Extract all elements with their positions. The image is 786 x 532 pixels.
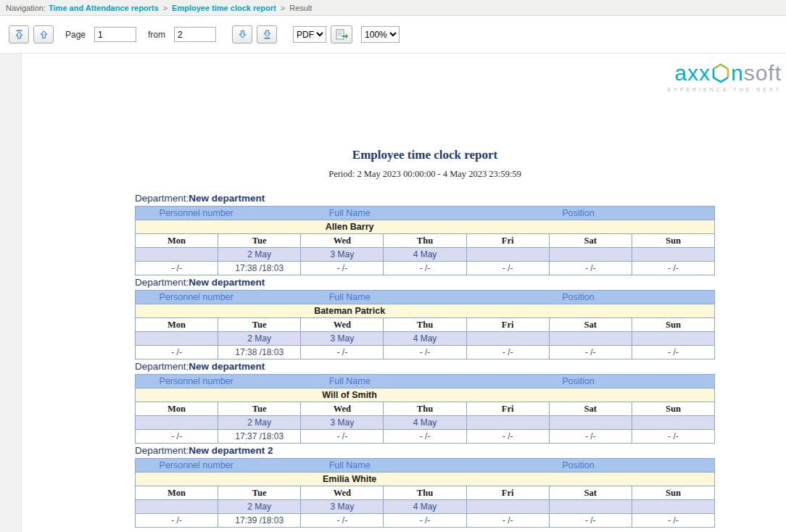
days-header-row: MonTueWedThuFriSatSun — [136, 486, 715, 500]
report-blocks: Department:New department Personnel numb… — [135, 191, 715, 528]
dates-row: 2 May3 May4 May — [136, 248, 715, 262]
department-name: New department — [189, 361, 265, 372]
last-page-button[interactable] — [257, 25, 277, 43]
date-cell — [136, 332, 218, 346]
time-cell: - /- — [384, 262, 466, 275]
time-cell: - /- — [136, 262, 218, 275]
times-row: - /-17:39 /18:03- /-- /-- /-- /-- /- — [136, 514, 715, 528]
zoom-select[interactable]: 100% — [361, 26, 400, 43]
column-header-cell: Personnel number — [136, 459, 257, 473]
export-format-select[interactable]: PDF — [293, 26, 326, 43]
employee-header-table: Personnel numberFull NamePosition Emilia… — [135, 458, 715, 486]
day-header-cell: Sat — [549, 234, 632, 248]
date-cell: 2 May — [218, 416, 301, 430]
position-cell — [442, 473, 715, 486]
day-header-cell: Fri — [466, 402, 549, 416]
report-period: Period: 2 May 2023 00:00:00 - 4 May 2023… — [135, 169, 715, 180]
column-header-cell: Full Name — [257, 459, 442, 473]
date-cell — [549, 416, 632, 430]
position-cell — [442, 388, 715, 402]
time-cell: - /- — [466, 514, 549, 528]
days-header-row: MonTueWedThuFriSatSun — [136, 234, 715, 248]
department-line: Department:New department — [135, 191, 715, 206]
next-page-button[interactable] — [232, 25, 252, 43]
date-cell — [466, 500, 549, 514]
day-header-cell: Tue — [218, 402, 301, 416]
date-cell: 2 May — [218, 248, 301, 262]
time-grid-table: MonTueWedThuFriSatSun 2 May3 May4 May - … — [135, 317, 715, 359]
column-header-cell: Full Name — [257, 375, 442, 388]
time-cell: - /- — [301, 262, 384, 275]
breadcrumb-link-time-attendance-reports[interactable]: Time and Attendance reports — [49, 4, 159, 12]
employee-header-table: Personnel numberFull NamePosition Allen … — [135, 206, 715, 234]
department-block: Department:New department 2 Personnel nu… — [135, 444, 715, 528]
department-label: Department: — [135, 445, 189, 456]
department-label: Department: — [135, 277, 189, 288]
department-block: Department:New department Personnel numb… — [135, 275, 715, 359]
breadcrumb-current-result: Result — [289, 4, 312, 12]
times-row: - /-17:37 /18:03- /-- /-- /-- /-- /- — [136, 430, 715, 444]
viewer-left-margin — [0, 54, 22, 532]
date-cell: 3 May — [301, 332, 384, 346]
personnel-number-cell — [136, 304, 257, 318]
time-cell: - /- — [632, 430, 714, 444]
report-page: Employee time clock report Period: 2 May… — [135, 54, 715, 528]
first-page-button[interactable] — [9, 25, 29, 43]
time-cell: - /- — [136, 514, 218, 528]
column-header-cell: Full Name — [257, 207, 442, 220]
day-header-cell: Mon — [136, 234, 218, 248]
time-cell: - /- — [549, 430, 632, 444]
time-cell: - /- — [632, 346, 714, 359]
date-cell — [466, 416, 549, 430]
time-cell: - /- — [301, 514, 384, 528]
day-header-cell: Sun — [632, 234, 714, 248]
day-header-cell: Mon — [136, 402, 218, 416]
position-cell — [442, 220, 715, 234]
date-cell: 4 May — [384, 500, 466, 514]
time-cell: - /- — [549, 262, 632, 275]
navigation-label: Navigation: — [6, 4, 46, 12]
dates-row: 2 May3 May4 May — [136, 332, 715, 346]
date-cell: 4 May — [384, 332, 466, 346]
employee-name: Bateman Patrick — [257, 304, 442, 318]
position-cell — [442, 304, 715, 318]
next-page-icon — [238, 30, 247, 39]
times-row: - /-17:38 /18:03- /-- /-- /-- /-- /- — [136, 346, 715, 359]
employee-name: Emilia White — [257, 473, 442, 486]
column-header-cell: Personnel number — [136, 375, 257, 388]
date-cell — [549, 500, 632, 514]
total-pages-input[interactable] — [174, 27, 216, 42]
day-header-cell: Tue — [218, 318, 301, 332]
personnel-number-cell — [136, 220, 257, 234]
department-line: Department:New department — [135, 359, 715, 374]
export-button[interactable] — [331, 25, 352, 43]
time-cell: - /- — [466, 346, 549, 359]
day-header-cell: Thu — [384, 402, 466, 416]
department-name: New department 2 — [189, 445, 273, 456]
date-cell — [632, 248, 714, 262]
page-number-input[interactable] — [94, 27, 136, 42]
employee-name: Will of Smith — [257, 388, 442, 402]
columns-header-row: Personnel numberFull NamePosition — [136, 375, 715, 388]
column-header-cell: Position — [442, 375, 715, 388]
column-header-cell: Full Name — [257, 291, 442, 304]
logo-text-n: n — [731, 62, 744, 84]
previous-page-button[interactable] — [33, 25, 54, 43]
day-header-cell: Fri — [466, 318, 549, 332]
time-grid-table: MonTueWedThuFriSatSun 2 May3 May4 May - … — [135, 233, 715, 275]
time-cell: - /- — [384, 430, 466, 444]
breadcrumb-separator: > — [163, 4, 167, 12]
day-header-cell: Tue — [218, 234, 301, 248]
day-header-cell: Thu — [384, 234, 466, 248]
column-header-cell: Position — [442, 291, 715, 304]
breadcrumb-link-employee-time-clock-report[interactable]: Employee time clock report — [172, 4, 276, 12]
employee-name-row: Emilia White — [136, 473, 715, 486]
department-block: Department:New department Personnel numb… — [135, 191, 715, 275]
export-icon — [336, 29, 348, 40]
column-header-cell: Position — [442, 459, 715, 473]
time-cell: 17:38 /18:03 — [218, 346, 301, 359]
day-header-cell: Mon — [136, 318, 218, 332]
employee-name-row: Allen Barry — [136, 220, 715, 234]
dates-row: 2 May3 May4 May — [136, 416, 715, 430]
page-label: Page — [65, 30, 86, 40]
